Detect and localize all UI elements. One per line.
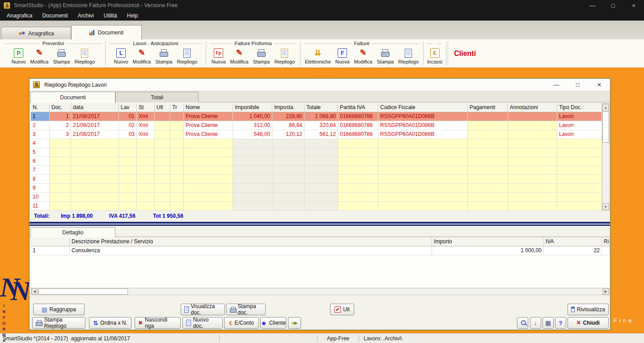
doc-table-cell[interactable]	[338, 157, 378, 166]
doc-table-cell[interactable]	[119, 202, 137, 211]
maximize-icon[interactable]: □	[603, 0, 623, 11]
doc-table-cell[interactable]: 8	[31, 175, 50, 184]
doc-table-cell[interactable]	[119, 157, 137, 166]
detail-cell[interactable]: 1 000,00	[432, 246, 544, 255]
doc-table-cell[interactable]	[170, 166, 184, 175]
menu-item-documenti[interactable]: Documenti	[37, 13, 72, 19]
doc-table-cell[interactable]	[50, 184, 71, 193]
doc-table-cell[interactable]	[50, 148, 71, 157]
doc-table-cell[interactable]	[233, 184, 272, 193]
doc-table-cell[interactable]	[119, 139, 137, 148]
doc-table-cell[interactable]	[50, 166, 71, 175]
vertical-scrollbar[interactable]	[602, 103, 610, 211]
doc-table-cell[interactable]	[170, 157, 184, 166]
chiudi-button[interactable]: Chiudi	[568, 317, 609, 329]
doc-table-column-header[interactable]: data	[71, 103, 119, 112]
doc-table-cell[interactable]	[155, 121, 170, 130]
doc-table-cell[interactable]	[170, 175, 184, 184]
doc-table-cell[interactable]	[305, 166, 338, 175]
toolbar-button-riepilogo[interactable]: Riepilogo	[272, 48, 297, 65]
child-maximize-icon[interactable]: □	[567, 79, 589, 91]
doc-table-cell[interactable]	[508, 130, 557, 139]
detail-row[interactable]: 1Consulenza1 000,0022	[31, 246, 610, 255]
doc-table-cell[interactable]	[119, 175, 137, 184]
doc-table-column-header[interactable]: Pagamenti	[468, 103, 508, 112]
doc-table-cell[interactable]: 312,00	[233, 121, 272, 130]
doc-table-cell[interactable]	[272, 148, 305, 157]
toolbar-button-nuova[interactable]: FpNuova	[209, 47, 228, 65]
doc-table-cell[interactable]	[378, 148, 468, 157]
detail-cell[interactable]: Consulenza	[70, 246, 432, 255]
detail-column-header[interactable]: IVA	[544, 237, 602, 246]
doc-table-cell[interactable]	[557, 202, 602, 211]
doc-table-cell[interactable]	[155, 193, 170, 202]
doc-table-cell[interactable]	[155, 130, 170, 139]
toolbar-button-riepilogo[interactable]: Riepilogo	[174, 48, 199, 65]
doc-table-cell[interactable]: RSSGPP60A01D086B	[378, 130, 468, 139]
ult-button[interactable]: Ult	[330, 304, 354, 315]
detail-column-header[interactable]	[31, 237, 70, 246]
doc-table-cell[interactable]	[170, 112, 184, 121]
doc-table-cell[interactable]	[233, 139, 272, 148]
doc-table-cell[interactable]	[155, 112, 170, 121]
doc-table-cell[interactable]: Lavori	[557, 112, 602, 121]
calculator-button[interactable]	[542, 317, 554, 329]
help-button[interactable]	[555, 317, 566, 329]
doc-table-cell[interactable]: 21/08/2017	[71, 121, 119, 130]
doc-table-cell[interactable]	[468, 202, 508, 211]
toolbar-button-stampa[interactable]: Stampa	[51, 47, 72, 65]
doc-table-cell[interactable]	[338, 184, 378, 193]
toolbar-button-modifica[interactable]: ✎Modifica	[352, 47, 375, 65]
doc-table-cell[interactable]	[184, 139, 233, 148]
doc-table-cell[interactable]	[508, 148, 557, 157]
doc-table-cell[interactable]	[508, 139, 557, 148]
find-button[interactable]	[517, 317, 528, 329]
toolbar-button-riepilogo[interactable]: Riepilogo	[396, 48, 421, 65]
clienti-label[interactable]: Clienti	[454, 50, 476, 58]
navigate-button[interactable]	[288, 317, 301, 329]
doc-table-cell[interactable]: 1	[31, 112, 50, 121]
doc-table-cell[interactable]	[468, 184, 508, 193]
menu-item-help[interactable]: Help	[122, 13, 143, 19]
tab-documenti-child[interactable]: Documenti	[30, 92, 115, 103]
table-row[interactable]: 4	[31, 139, 602, 148]
doc-table-cell[interactable]: Lavori	[557, 121, 602, 130]
doc-table-cell[interactable]	[50, 157, 71, 166]
doc-table-cell[interactable]	[137, 175, 155, 184]
doc-table-cell[interactable]	[233, 193, 272, 202]
doc-table-cell[interactable]	[557, 193, 602, 202]
doc-table-cell[interactable]	[378, 193, 468, 202]
doc-table-cell[interactable]: 01	[119, 112, 137, 121]
doc-table-cell[interactable]	[468, 175, 508, 184]
doc-table-cell[interactable]	[272, 193, 305, 202]
doc-table-cell[interactable]	[170, 148, 184, 157]
doc-table-cell[interactable]	[508, 202, 557, 211]
doc-table-column-header[interactable]: Nome	[184, 103, 233, 112]
doc-table-cell[interactable]: 7	[31, 166, 50, 175]
doc-table-cell[interactable]	[378, 166, 468, 175]
doc-table-cell[interactable]	[378, 139, 468, 148]
doc-table-cell[interactable]: 4	[31, 139, 50, 148]
doc-table-cell[interactable]: 1 068,80	[305, 112, 338, 121]
scroll-left-icon[interactable]	[31, 288, 38, 295]
export-button[interactable]	[530, 317, 541, 329]
doc-table-cell[interactable]: 11	[31, 202, 50, 211]
doc-table-cell[interactable]	[170, 202, 184, 211]
doc-table-cell[interactable]: Xml	[137, 121, 155, 130]
doc-table-cell[interactable]	[119, 148, 137, 157]
doc-table-cell[interactable]	[468, 139, 508, 148]
doc-table-cell[interactable]	[50, 193, 71, 202]
doc-table-cell[interactable]: 02	[119, 121, 137, 130]
doc-table-cell[interactable]: RSSGPP60A01D086B	[378, 112, 468, 121]
doc-table-column-header[interactable]: Lav	[119, 103, 137, 112]
doc-table-cell[interactable]: 320,64	[305, 121, 338, 130]
scroll-down-icon[interactable]	[602, 203, 609, 210]
hscrollbar-thumb[interactable]	[38, 288, 128, 295]
doc-table-cell[interactable]	[508, 121, 557, 130]
doc-table-cell[interactable]	[508, 193, 557, 202]
doc-table-cell[interactable]	[137, 148, 155, 157]
doc-table-cell[interactable]: 1 040,00	[233, 112, 272, 121]
doc-table-cell[interactable]	[338, 148, 378, 157]
doc-table-cell[interactable]: 3	[31, 130, 50, 139]
doc-table-cell[interactable]	[50, 175, 71, 184]
